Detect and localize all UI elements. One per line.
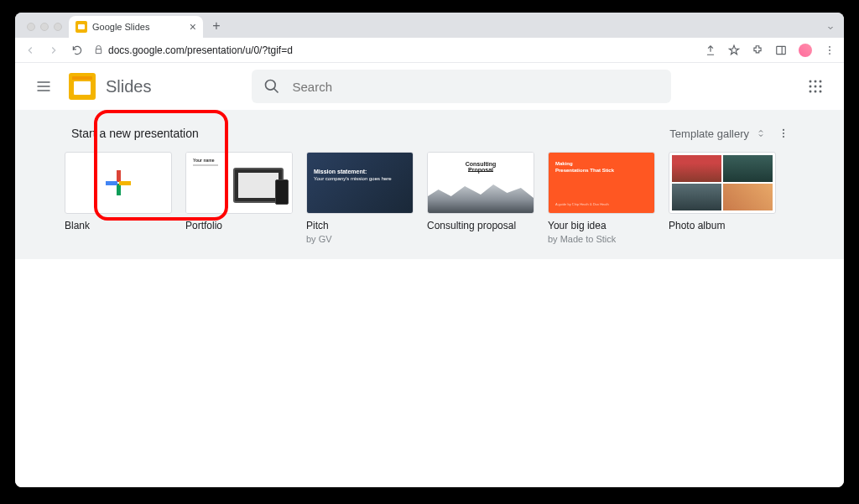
app-header: Slides bbox=[15, 63, 844, 110]
section-title: Start a new presentation bbox=[71, 127, 199, 140]
bookmark-icon[interactable] bbox=[728, 44, 740, 56]
plus-icon bbox=[106, 170, 131, 195]
svg-line-6 bbox=[274, 89, 279, 93]
reload-button[interactable] bbox=[70, 44, 84, 56]
tabs-dropdown-icon[interactable] bbox=[825, 23, 836, 33]
template-section: Start a new presentation Template galler… bbox=[15, 110, 844, 259]
svg-point-4 bbox=[829, 53, 830, 55]
maximize-window-icon[interactable] bbox=[54, 23, 62, 31]
main-menu-button[interactable] bbox=[27, 70, 60, 103]
new-tab-button[interactable]: + bbox=[206, 16, 226, 36]
svg-point-2 bbox=[829, 45, 830, 47]
unfold-icon bbox=[756, 127, 766, 139]
toolbar-icons bbox=[705, 44, 836, 57]
panel-icon[interactable] bbox=[775, 44, 787, 56]
template-title: Photo album bbox=[669, 220, 776, 233]
svg-point-11 bbox=[815, 86, 817, 88]
template-thumb[interactable]: Your name bbox=[185, 152, 293, 214]
app-name: Slides bbox=[106, 77, 151, 96]
google-apps-button[interactable] bbox=[799, 70, 832, 103]
forward-button[interactable] bbox=[47, 44, 60, 56]
extensions-icon[interactable] bbox=[752, 44, 763, 56]
search-box[interactable] bbox=[252, 70, 671, 103]
gallery-label: Template gallery bbox=[669, 127, 749, 140]
template-title: Pitch bbox=[306, 220, 414, 233]
template-title: Consulting proposal bbox=[427, 220, 534, 233]
template-subtitle: by Made to Stick bbox=[548, 234, 655, 244]
window-controls bbox=[27, 23, 62, 31]
svg-point-8 bbox=[815, 81, 817, 83]
template-thumb[interactable]: Mission statement:Your company's mission… bbox=[306, 152, 414, 214]
tab-title: Google Slides bbox=[92, 22, 150, 32]
svg-point-5 bbox=[266, 81, 276, 91]
back-button[interactable] bbox=[23, 44, 37, 56]
templates-row: Blank Your name Portfolio Miss bbox=[65, 152, 794, 244]
svg-point-12 bbox=[820, 86, 822, 88]
template-big-idea[interactable]: MakingPresentations That Stick A guide b… bbox=[548, 152, 655, 244]
svg-point-17 bbox=[783, 132, 784, 134]
profile-avatar-icon[interactable] bbox=[799, 44, 812, 57]
template-gallery-button[interactable]: Template gallery bbox=[669, 127, 766, 140]
share-icon[interactable] bbox=[705, 44, 716, 56]
address-bar: docs.google.com/presentation/u/0/?tgif=d bbox=[15, 38, 844, 63]
svg-point-18 bbox=[783, 136, 784, 138]
close-window-icon[interactable] bbox=[27, 23, 35, 31]
browser-tab[interactable]: Google Slides × bbox=[69, 16, 203, 38]
url-field[interactable]: docs.google.com/presentation/u/0/?tgif=d bbox=[94, 44, 695, 56]
template-thumb[interactable] bbox=[65, 152, 172, 214]
url-text: docs.google.com/presentation/u/0/?tgif=d bbox=[108, 44, 293, 56]
template-thumb[interactable] bbox=[669, 152, 776, 214]
content-area bbox=[15, 259, 844, 487]
search-input[interactable] bbox=[292, 80, 659, 94]
svg-point-14 bbox=[815, 91, 817, 93]
svg-point-9 bbox=[820, 81, 822, 83]
template-subtitle: by GV bbox=[306, 234, 414, 244]
tab-strip: Google Slides × + bbox=[15, 13, 844, 38]
template-consulting[interactable]: Consulting Proposal Consulting proposal bbox=[427, 152, 534, 244]
template-blank[interactable]: Blank bbox=[65, 152, 172, 244]
svg-point-7 bbox=[810, 81, 812, 83]
template-thumb[interactable]: MakingPresentations That Stick A guide b… bbox=[548, 152, 655, 214]
slides-logo-icon bbox=[69, 73, 96, 100]
svg-point-3 bbox=[829, 49, 830, 51]
svg-point-15 bbox=[820, 91, 822, 93]
browser-window: Google Slides × + docs.google.com/presen… bbox=[15, 13, 844, 487]
lock-icon bbox=[94, 45, 103, 55]
svg-point-16 bbox=[783, 129, 784, 131]
svg-point-10 bbox=[810, 86, 812, 88]
template-pitch[interactable]: Mission statement:Your company's mission… bbox=[306, 152, 414, 244]
minimize-window-icon[interactable] bbox=[40, 23, 49, 31]
template-portfolio[interactable]: Your name Portfolio bbox=[185, 152, 293, 244]
more-options-button[interactable] bbox=[778, 127, 789, 139]
svg-rect-0 bbox=[777, 46, 786, 54]
template-title: Your big idea bbox=[548, 220, 655, 233]
svg-point-13 bbox=[810, 91, 812, 93]
tab-close-icon[interactable]: × bbox=[190, 21, 196, 33]
browser-menu-icon[interactable] bbox=[824, 44, 836, 56]
slides-favicon-icon bbox=[75, 21, 87, 33]
template-photo-album[interactable]: Photo album bbox=[669, 152, 776, 244]
template-title: Blank bbox=[65, 220, 172, 233]
template-title: Portfolio bbox=[185, 220, 293, 233]
search-icon bbox=[263, 78, 280, 95]
template-thumb[interactable]: Consulting Proposal bbox=[427, 152, 534, 214]
